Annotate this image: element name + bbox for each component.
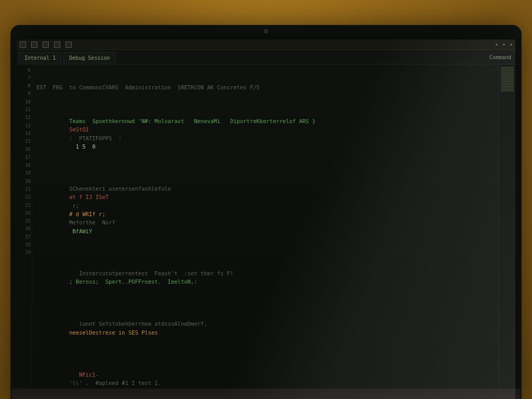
code-token: at f IJ ISeT	[69, 194, 109, 200]
monitor-frame: Internal 1 Debug Session Command 6789101…	[10, 25, 522, 399]
line-gutter: 6789101112 13141516171819 20212223242526…	[17, 64, 32, 400]
status-dot-1	[496, 44, 498, 46]
webcam-dot	[264, 29, 268, 33]
code-token: Teams Spoethkernnwd 'N#: Molvaravt Nenev…	[69, 118, 315, 124]
code-token: NFic1-	[69, 371, 99, 378]
code-token: lunnt Sefstobehberrhem atdssoAlneDmerf,	[69, 321, 207, 327]
code-token: '\\' . #apleed #1 I test I.	[69, 380, 161, 386]
code-token: SeStQ1	[69, 126, 89, 132]
tab-right-label: Command	[489, 54, 511, 62]
tab-internal[interactable]: Internal 1	[19, 52, 61, 64]
menu-icon-5[interactable]	[65, 42, 72, 48]
editor-area: 6789101112 13141516171819 20212223242526…	[17, 64, 515, 400]
monitor-chin	[10, 389, 522, 399]
minimap[interactable]	[499, 64, 515, 400]
code-token: # d WRIf r;	[69, 211, 109, 217]
tab-debug[interactable]: Debug Session	[63, 52, 115, 64]
menu-bar	[17, 39, 515, 50]
code-token: Meforthe Norf	[69, 219, 115, 225]
tab-bar: Internal 1 Debug Session Command	[17, 50, 515, 64]
code-token: neeselDestrese in SES Plses	[69, 329, 158, 336]
screen: Internal 1 Debug Session Command 6789101…	[17, 39, 515, 399]
menu-icon-4[interactable]	[54, 42, 60, 48]
code-token: ; Beross; Spert..POFFroest. IeeltoN,:	[69, 278, 197, 285]
status-dot-2	[503, 44, 505, 46]
code-token: BfAWiY	[69, 228, 92, 234]
status-dot-3	[510, 44, 512, 46]
code-token: Instercutotperrentest Feash't :set ther …	[69, 270, 240, 276]
code-token: r;	[69, 203, 86, 209]
menu-icon-1[interactable]	[20, 42, 26, 48]
code-token: 1 5 0	[69, 143, 96, 150]
header-kicker: EST FRG to CommonsCVARS Administration S…	[36, 83, 494, 91]
code-pane[interactable]: EST FRG to CommonsCVARS Administration S…	[32, 64, 499, 400]
code-token: SChenekteri usetersenfashlefule	[69, 185, 174, 192]
menu-icon-3[interactable]	[43, 42, 49, 48]
menu-icon-2[interactable]	[31, 42, 37, 48]
code-token: : PTATIFOPPS :	[69, 135, 122, 141]
